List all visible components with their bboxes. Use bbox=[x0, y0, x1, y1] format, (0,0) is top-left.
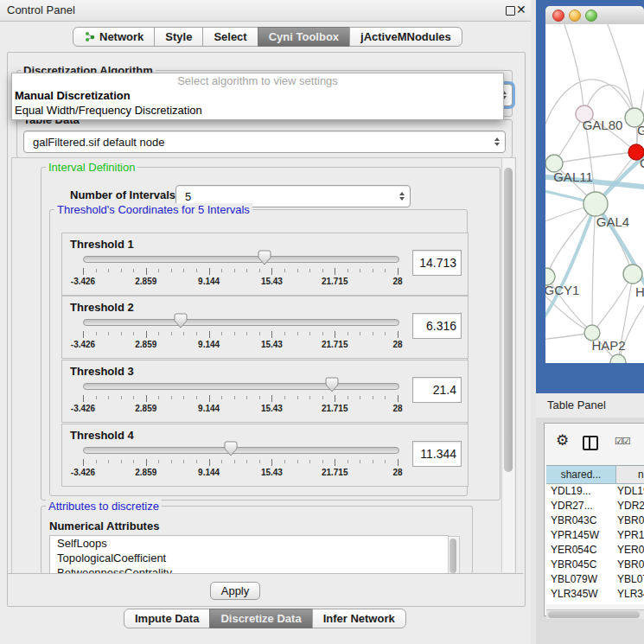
tick-label: 9.144 bbox=[198, 340, 220, 349]
slider-track[interactable] bbox=[83, 447, 399, 454]
attributes-scrollbar-thumb[interactable] bbox=[450, 539, 456, 573]
column-header-shared-name[interactable]: shared... bbox=[546, 466, 616, 484]
tab-impute-data[interactable]: Impute Data bbox=[124, 609, 210, 628]
table-hscrollbar-thumb[interactable] bbox=[548, 611, 640, 618]
cell-name[interactable]: YBR04 bbox=[617, 558, 644, 572]
tick-mark bbox=[360, 269, 360, 272]
show-columns-icon[interactable]: ☑☑ bbox=[615, 436, 630, 447]
cell-name[interactable]: YBL07 bbox=[617, 572, 644, 587]
table-hscrollbar[interactable] bbox=[546, 609, 644, 619]
cell-shared-name[interactable]: YDR27... bbox=[551, 499, 593, 513]
network-node[interactable] bbox=[623, 265, 642, 284]
network-node[interactable] bbox=[583, 192, 608, 216]
network-window-titlebar[interactable] bbox=[545, 6, 644, 25]
threshold-3-slider[interactable]: -3.4262.8599.14415.4321.71528 bbox=[83, 360, 398, 422]
slider-thumb[interactable] bbox=[258, 250, 271, 265]
tab-style[interactable]: Style bbox=[154, 27, 203, 47]
table-row[interactable]: YBL079WYBL07 bbox=[546, 572, 644, 587]
network-canvas[interactable]: GAL80GACGAL11GAL4GCY1HHAP2 bbox=[545, 24, 644, 363]
cell-shared-name[interactable]: YLR345W bbox=[551, 587, 598, 602]
threshold-1-value-field[interactable] bbox=[412, 250, 462, 276]
table-row[interactable]: YIL052CYIL05 bbox=[546, 602, 644, 604]
network-edge[interactable] bbox=[592, 274, 633, 333]
table-data-value: galFiltered.sif default node bbox=[33, 136, 164, 149]
table-data-combobox[interactable]: galFiltered.sif default node bbox=[23, 131, 506, 153]
threshold-3-value-field[interactable] bbox=[412, 377, 462, 403]
cell-name[interactable]: YDR27 bbox=[617, 499, 644, 513]
cell-name[interactable]: YIL05 bbox=[617, 602, 644, 604]
cell-name[interactable]: YBR04 bbox=[617, 513, 644, 528]
table-row[interactable]: YER054CYER05 bbox=[546, 543, 644, 558]
tick-mark bbox=[259, 269, 260, 272]
close-icon[interactable]: ✕ bbox=[516, 3, 526, 16]
cell-name[interactable]: YPR14 bbox=[617, 528, 644, 543]
tick-mark bbox=[309, 396, 310, 399]
tab-select[interactable]: Select bbox=[202, 27, 258, 47]
network-edge[interactable] bbox=[563, 24, 584, 114]
tick-label: 9.144 bbox=[198, 404, 220, 413]
table-row[interactable]: YDL19...YDL19 bbox=[546, 484, 644, 499]
threshold-4-slider[interactable]: -3.4262.8599.14415.4321.71528 bbox=[83, 424, 398, 486]
gear-icon[interactable]: ⚙ bbox=[556, 433, 569, 448]
slider-thumb[interactable] bbox=[325, 377, 339, 392]
node-table[interactable]: shared... na YDL19...YDL19YDR27...YDR27Y… bbox=[546, 465, 644, 604]
cell-name[interactable]: YLR34 bbox=[617, 587, 644, 602]
tick-mark bbox=[83, 459, 84, 466]
cell-shared-name[interactable]: YIL052C bbox=[551, 602, 591, 604]
attributes-group-title: Attributes to discretize bbox=[46, 500, 162, 513]
tab-cyni-toolbox[interactable]: Cyni Toolbox bbox=[258, 27, 350, 47]
network-edge[interactable] bbox=[554, 152, 636, 163]
tab-network[interactable]: Network bbox=[73, 27, 155, 47]
network-edge[interactable] bbox=[618, 301, 644, 362]
table-row[interactable]: YLR345WYLR34 bbox=[546, 587, 644, 602]
threshold-2-value-field[interactable] bbox=[412, 313, 462, 339]
slider-thumb[interactable] bbox=[224, 441, 238, 456]
slider-ticks bbox=[83, 395, 398, 403]
network-edge[interactable] bbox=[545, 204, 596, 322]
table-row[interactable]: YPR145WYPR14 bbox=[546, 528, 644, 543]
slider-track[interactable] bbox=[83, 319, 399, 326]
slider-track[interactable] bbox=[83, 256, 399, 263]
split-columns-icon[interactable] bbox=[583, 436, 598, 450]
tick-mark bbox=[146, 331, 147, 338]
cell-shared-name[interactable]: YER054C bbox=[551, 543, 596, 558]
slider-thumb[interactable] bbox=[174, 313, 188, 328]
column-header-name[interactable]: na bbox=[616, 466, 644, 484]
threshold-2-slider[interactable]: -3.4262.8599.14415.4321.71528 bbox=[83, 296, 398, 358]
threshold-4-value-field[interactable] bbox=[412, 441, 462, 467]
table-row[interactable]: YDR27...YDR27 bbox=[546, 499, 644, 513]
minimize-traffic-light-icon[interactable] bbox=[569, 10, 581, 22]
threshold-1-slider[interactable]: -3.4262.8599.14415.4321.71528 bbox=[83, 233, 398, 295]
attributes-list[interactable]: SelfLoopsTopologicalCoefficientBetweenne… bbox=[49, 535, 449, 576]
cell-shared-name[interactable]: YDL19... bbox=[551, 484, 591, 499]
attributes-scrollbar[interactable] bbox=[448, 536, 460, 575]
dropdown-option-equal-width[interactable]: Equal Width/Frequency Discretization bbox=[12, 103, 503, 118]
cell-shared-name[interactable]: YBL079W bbox=[551, 572, 597, 587]
network-edge[interactable] bbox=[592, 204, 596, 333]
tab-cyni-toolbox-label: Cyni Toolbox bbox=[269, 28, 339, 46]
cell-shared-name[interactable]: YBR043C bbox=[551, 513, 596, 528]
float-window-icon[interactable] bbox=[506, 6, 515, 16]
tick-mark bbox=[96, 269, 97, 272]
table-row[interactable]: YBR043CYBR04 bbox=[546, 513, 644, 528]
cell-shared-name[interactable]: YPR145W bbox=[551, 528, 599, 543]
close-traffic-light-icon[interactable] bbox=[552, 10, 564, 22]
table-row[interactable]: YBR045CYBR04 bbox=[546, 558, 644, 572]
cell-name[interactable]: YDL19 bbox=[617, 484, 644, 499]
tab-discretize-data[interactable]: Discretize Data bbox=[209, 609, 312, 628]
zoom-traffic-light-icon[interactable] bbox=[585, 10, 597, 22]
attributes-list-item[interactable]: SelfLoops bbox=[50, 536, 448, 551]
tab-infer-network[interactable]: Infer Network bbox=[312, 609, 406, 628]
tick-label: 21.715 bbox=[322, 404, 348, 413]
slider-track[interactable] bbox=[83, 383, 399, 390]
cell-shared-name[interactable]: YBR045C bbox=[551, 558, 596, 572]
dropdown-option-manual[interactable]: Manual Discretization bbox=[12, 88, 503, 103]
tick-mark bbox=[360, 460, 360, 463]
attributes-list-item[interactable]: TopologicalCoefficient bbox=[50, 551, 448, 565]
main-scrollbar-thumb[interactable] bbox=[504, 168, 513, 472]
tab-jactivemnodules[interactable]: jActiveMNodules bbox=[349, 27, 462, 47]
network-node[interactable] bbox=[610, 354, 626, 363]
main-scrollbar[interactable] bbox=[501, 158, 514, 572]
apply-button[interactable]: Apply bbox=[210, 582, 260, 600]
cell-name[interactable]: YER05 bbox=[617, 543, 644, 558]
